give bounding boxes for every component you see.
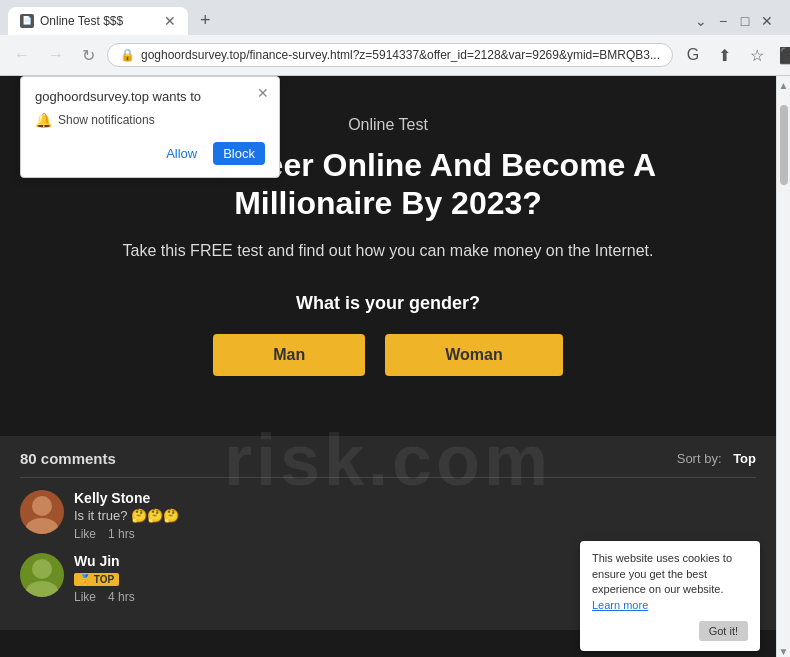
content-area: ✕ goghoordsurvey.top wants to 🔔 Show not… xyxy=(0,76,790,657)
browser-chrome: 📄 Online Test $$$ ✕ + ⌄ − □ ✕ ← → ↻ 🔒 go… xyxy=(0,0,790,76)
cookie-text: This website uses cookies to ensure you … xyxy=(592,551,748,613)
back-button[interactable]: ← xyxy=(8,41,36,69)
comments-header: 80 comments Sort by: Top xyxy=(20,450,756,478)
extension-icon[interactable]: ⬛ xyxy=(775,41,790,69)
like-button[interactable]: Like xyxy=(74,590,96,604)
popup-title: goghoordsurvey.top wants to xyxy=(35,89,265,104)
maximize-icon[interactable]: □ xyxy=(738,14,752,28)
man-button[interactable]: Man xyxy=(213,334,365,376)
cookie-message: This website uses cookies to ensure you … xyxy=(592,552,732,595)
popup-close-icon[interactable]: ✕ xyxy=(257,85,269,101)
allow-button[interactable]: Allow xyxy=(158,142,205,165)
lock-icon: 🔒 xyxy=(120,48,135,62)
scroll-track xyxy=(777,95,790,642)
top-badge: 🏅 TOP xyxy=(74,573,119,586)
scroll-down-button[interactable]: ▼ xyxy=(775,642,790,657)
popup-notification-label: Show notifications xyxy=(58,113,155,127)
tab-favicon: 📄 xyxy=(20,14,34,28)
comment-time: 1 hrs xyxy=(108,527,135,541)
sort-by: Sort by: Top xyxy=(677,451,756,466)
comment-body: Kelly Stone Is it true? 🤔🤔🤔 Like 1 hrs xyxy=(74,490,756,541)
avatar xyxy=(20,553,64,597)
forward-button[interactable]: → xyxy=(42,41,70,69)
tab-close-icon[interactable]: ✕ xyxy=(164,13,176,29)
got-it-button[interactable]: Got it! xyxy=(699,621,748,641)
website: ✕ goghoordsurvey.top wants to 🔔 Show not… xyxy=(0,76,776,657)
svg-point-0 xyxy=(32,496,52,516)
scroll-thumb[interactable] xyxy=(780,105,788,185)
like-button[interactable]: Like xyxy=(74,527,96,541)
avatar xyxy=(20,490,64,534)
sort-label: Sort by: xyxy=(677,451,722,466)
refresh-button[interactable]: ↻ xyxy=(76,41,101,69)
cookie-banner: This website uses cookies to ensure you … xyxy=(580,541,760,651)
new-tab-button[interactable]: + xyxy=(192,6,219,35)
svg-point-2 xyxy=(32,559,52,579)
svg-point-3 xyxy=(26,581,58,597)
notification-popup: ✕ goghoordsurvey.top wants to 🔔 Show not… xyxy=(20,76,280,178)
comment-actions: Like 1 hrs xyxy=(74,527,756,541)
woman-button[interactable]: Woman xyxy=(385,334,562,376)
address-bar[interactable]: 🔒 goghoordsurvey.top/finance-survey.html… xyxy=(107,43,673,67)
minimize-icon[interactable]: − xyxy=(716,14,730,28)
sort-value[interactable]: Top xyxy=(733,451,756,466)
comments-count: 80 comments xyxy=(20,450,116,467)
window-controls: ⌄ − □ ✕ xyxy=(694,14,782,28)
gender-buttons: Man Woman xyxy=(60,334,716,376)
gender-question: What is your gender? xyxy=(60,293,716,314)
popup-buttons: Allow Block xyxy=(35,142,265,165)
tab-bar: 📄 Online Test $$$ ✕ + ⌄ − □ ✕ xyxy=(0,0,790,35)
bell-icon: 🔔 xyxy=(35,112,52,128)
tab-title: Online Test $$$ xyxy=(40,14,158,28)
svg-point-1 xyxy=(26,518,58,534)
scrollbar[interactable]: ▲ ▼ xyxy=(776,76,790,657)
bookmark-icon[interactable]: ☆ xyxy=(743,41,771,69)
address-text: goghoordsurvey.top/finance-survey.html?z… xyxy=(141,48,660,62)
nav-right: G ⬆ ☆ ⬛ 👤 ⋮ xyxy=(679,41,790,69)
popup-row: 🔔 Show notifications xyxy=(35,112,265,128)
learn-more-link[interactable]: Learn more xyxy=(592,599,648,611)
comment-time: 4 hrs xyxy=(108,590,135,604)
hero-subtitle: Take this FREE test and find out how you… xyxy=(60,239,716,263)
close-icon[interactable]: ✕ xyxy=(760,14,774,28)
commenter-name: Kelly Stone xyxy=(74,490,756,506)
comment-text: Is it true? 🤔🤔🤔 xyxy=(74,508,756,523)
nav-bar: ← → ↻ 🔒 goghoordsurvey.top/finance-surve… xyxy=(0,35,790,75)
block-button[interactable]: Block xyxy=(213,142,265,165)
chevron-down-icon[interactable]: ⌄ xyxy=(694,14,708,28)
google-icon[interactable]: G xyxy=(679,41,707,69)
scroll-up-button[interactable]: ▲ xyxy=(775,76,790,95)
browser-tab[interactable]: 📄 Online Test $$$ ✕ xyxy=(8,7,188,35)
comment-item: Kelly Stone Is it true? 🤔🤔🤔 Like 1 hrs xyxy=(20,490,756,541)
share-icon[interactable]: ⬆ xyxy=(711,41,739,69)
